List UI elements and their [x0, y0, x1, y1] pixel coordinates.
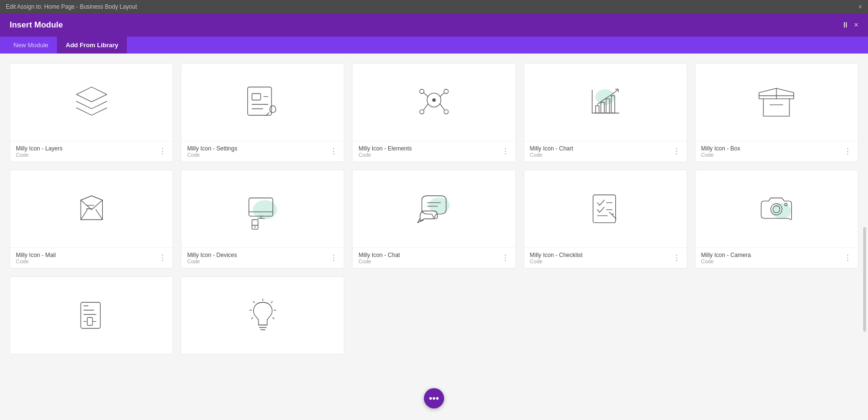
card-type-box: Code	[701, 152, 740, 158]
svg-rect-2	[252, 94, 260, 100]
card-footer-mail: Milly Icon - Mail Code ⋮	[10, 247, 173, 268]
card-name-chart: Milly Icon - Chart	[530, 145, 573, 152]
settings-icon	[241, 81, 285, 124]
card-menu-checklist[interactable]: ⋮	[673, 254, 681, 262]
card-type-devices: Code	[187, 258, 237, 264]
card-camera[interactable]: Milly Icon - Camera Code ⋮	[695, 170, 858, 269]
svg-rect-1	[247, 87, 271, 116]
card-name-checklist: Milly Icon - Checklist	[530, 252, 583, 258]
card-mail[interactable]: Milly Icon - Mail Code ⋮	[10, 170, 173, 269]
svg-line-6	[266, 113, 269, 115]
svg-line-15	[423, 104, 428, 110]
card-footer-settings: Milly Icon - Settings Code ⋮	[181, 141, 344, 162]
modal-close-button[interactable]: ×	[854, 21, 858, 29]
card-type-elements: Code	[358, 152, 412, 158]
elements-icon	[412, 81, 456, 124]
svg-point-8	[432, 98, 435, 102]
card-type-mail: Code	[16, 258, 56, 264]
svg-line-16	[440, 104, 445, 110]
svg-line-62	[253, 301, 255, 303]
tabs-bar: New Module Add From Library	[0, 37, 868, 54]
card-checklist[interactable]: Milly Icon - Checklist Code ⋮	[524, 170, 687, 269]
svg-point-17	[596, 89, 615, 105]
svg-rect-51	[81, 302, 100, 328]
svg-line-24	[613, 90, 617, 94]
title-bar-text: Edit Assign to: Home Page - Business Bod…	[6, 3, 137, 10]
card-type-checklist: Code	[530, 258, 583, 264]
more-options-button[interactable]: •••	[424, 388, 444, 408]
card-footer-layers: Milly Icon - Layers Code ⋮	[10, 141, 173, 162]
card-menu-camera[interactable]: ⋮	[844, 254, 852, 262]
card-settings[interactable]: Milly Icon - Settings Code ⋮	[181, 63, 344, 162]
svg-rect-36	[252, 220, 258, 230]
svg-marker-0	[76, 87, 107, 102]
camera-icon	[755, 187, 798, 230]
card-type-layers: Code	[16, 152, 63, 158]
module-grid-content: Milly Icon - Layers Code ⋮	[0, 54, 868, 420]
card-devices[interactable]: Milly Icon - Devices Code ⋮	[181, 170, 344, 269]
card-name-devices: Milly Icon - Devices	[187, 252, 237, 258]
card-menu-settings[interactable]: ⋮	[330, 148, 338, 155]
svg-rect-42	[593, 195, 616, 223]
scrollbar[interactable]	[863, 227, 866, 332]
card-design[interactable]	[10, 276, 173, 354]
card-idea[interactable]	[181, 276, 344, 354]
card-layers[interactable]: Milly Icon - Layers Code ⋮	[10, 63, 173, 162]
card-type-chart: Code	[530, 152, 573, 158]
chart-icon	[583, 81, 627, 124]
card-icon-area-design	[10, 277, 173, 354]
tab-new-module[interactable]: New Module	[5, 37, 57, 54]
design-icon	[70, 294, 113, 337]
card-type-camera: Code	[701, 258, 751, 264]
card-name-camera: Milly Icon - Camera	[701, 252, 751, 258]
checklist-icon	[583, 187, 627, 230]
card-menu-mail[interactable]: ⋮	[159, 254, 167, 262]
card-icon-area-settings	[181, 64, 344, 141]
title-bar-close[interactable]: ×	[858, 3, 862, 11]
title-bar: Edit Assign to: Home Page - Business Bod…	[0, 0, 868, 14]
box-icon	[755, 81, 798, 124]
svg-point-46	[612, 213, 614, 215]
card-name-chat: Milly Icon - Chat	[358, 252, 400, 258]
card-footer-camera: Milly Icon - Camera Code ⋮	[695, 247, 858, 268]
card-icon-area-elements	[353, 64, 515, 141]
svg-line-67	[272, 318, 274, 319]
pause-button[interactable]: ⏸	[841, 21, 849, 29]
modal-header-actions: ⏸ ×	[841, 21, 858, 29]
svg-line-14	[440, 93, 445, 96]
svg-point-38	[254, 226, 256, 228]
card-icon-area-checklist	[524, 170, 687, 247]
card-name-mail: Milly Icon - Mail	[16, 252, 56, 258]
card-footer-elements: Milly Icon - Elements Code ⋮	[353, 141, 515, 162]
card-menu-box[interactable]: ⋮	[844, 148, 852, 155]
card-name-elements: Milly Icon - Elements	[358, 145, 412, 152]
card-elements[interactable]: Milly Icon - Elements Code ⋮	[352, 63, 515, 162]
card-menu-elements[interactable]: ⋮	[502, 148, 510, 155]
devices-icon	[241, 187, 285, 230]
card-menu-chart[interactable]: ⋮	[673, 148, 681, 155]
module-grid: Milly Icon - Layers Code ⋮	[10, 63, 858, 354]
card-menu-devices[interactable]: ⋮	[330, 254, 338, 262]
card-footer-devices: Milly Icon - Devices Code ⋮	[181, 247, 344, 268]
svg-line-13	[423, 93, 428, 96]
card-icon-area-chat	[353, 170, 515, 247]
modal-title: Insert Module	[10, 20, 63, 30]
card-name-settings: Milly Icon - Settings	[187, 145, 237, 152]
card-chat[interactable]: Milly Icon - Chat Code ⋮	[352, 170, 515, 269]
chat-icon	[412, 187, 456, 230]
card-box[interactable]: Milly Icon - Box Code ⋮	[695, 63, 858, 162]
card-icon-area-idea	[181, 277, 344, 354]
card-chart[interactable]: Milly Icon - Chart Code ⋮	[524, 63, 687, 162]
card-footer-chart: Milly Icon - Chart Code ⋮	[524, 141, 687, 162]
card-name-layers: Milly Icon - Layers	[16, 145, 63, 152]
card-footer-chat: Milly Icon - Chat Code ⋮	[353, 247, 515, 268]
card-icon-area-layers	[10, 64, 173, 141]
tab-add-from-library[interactable]: Add From Library	[57, 37, 127, 54]
idea-icon	[241, 294, 285, 337]
svg-rect-55	[87, 318, 93, 325]
modal: Insert Module ⏸ × New Module Add From Li…	[0, 14, 868, 420]
card-menu-layers[interactable]: ⋮	[159, 148, 167, 155]
card-menu-chat[interactable]: ⋮	[502, 254, 510, 262]
mail-icon	[70, 187, 113, 230]
card-footer-box: Milly Icon - Box Code ⋮	[695, 141, 858, 162]
